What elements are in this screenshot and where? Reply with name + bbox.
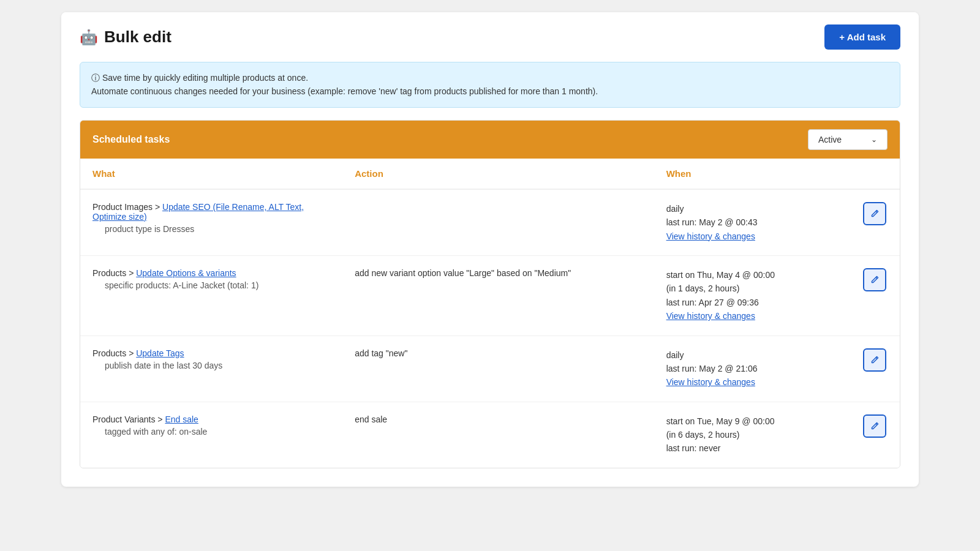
info-banner: ⓘ Save time by quickly editing multiple …	[80, 62, 900, 108]
table-row: Products > Update Options & variants spe…	[80, 255, 900, 335]
what-prefix-0: Product Images > Update SEO (File Rename…	[92, 202, 304, 222]
table-header-row: What Action When	[80, 159, 900, 189]
when-line1-2: daily	[666, 350, 684, 360]
when-line2-1: (in 1 days, 2 hours)	[666, 283, 740, 293]
edit-cell-0	[851, 189, 900, 256]
status-label: Active	[818, 135, 842, 144]
edit-button-1[interactable]	[863, 268, 886, 291]
edit-button-3[interactable]	[863, 414, 886, 438]
when-line1-0: daily	[666, 204, 684, 214]
action-cell-0	[342, 189, 654, 256]
col-header-action: Action	[342, 159, 654, 189]
what-filter-3: tagged with any of: on-sale	[92, 427, 330, 437]
view-history-link-1[interactable]: View history & changes	[666, 309, 839, 323]
col-header-what: What	[80, 159, 342, 189]
what-prefix-2: Products > Update Tags	[92, 348, 184, 358]
when-line2-3: (in 6 days, 2 hours)	[666, 430, 740, 440]
edit-cell-2	[851, 335, 900, 402]
what-filter-1: specific products: A-Line Jacket (total:…	[92, 280, 330, 290]
tasks-header: Scheduled tasks Active ⌄	[80, 121, 900, 159]
action-cell-1: add new variant option value "Large" bas…	[342, 255, 654, 335]
scheduled-tasks-section: Scheduled tasks Active ⌄ What Action Whe…	[80, 120, 900, 468]
page-title: Bulk edit	[104, 28, 172, 47]
edit-button-2[interactable]	[863, 348, 886, 372]
what-prefix-1: Products > Update Options & variants	[92, 268, 236, 278]
what-link-3[interactable]: End sale	[165, 414, 198, 424]
table-row: Product Images > Update SEO (File Rename…	[80, 189, 900, 256]
table-row: Products > Update Tags publish date in t…	[80, 335, 900, 402]
chevron-down-icon: ⌄	[871, 135, 877, 144]
what-cell-2: Products > Update Tags publish date in t…	[80, 335, 342, 402]
page-title-area: 🤖 Bulk edit	[80, 28, 172, 47]
when-cell-3: start on Tue, May 9 @ 00:00(in 6 days, 2…	[654, 402, 851, 468]
when-line1-3: start on Tue, May 9 @ 00:00	[666, 416, 775, 426]
what-link-1[interactable]: Update Options & variants	[136, 268, 236, 278]
add-task-button[interactable]: + Add task	[824, 24, 900, 50]
what-category-1: Products > Update Options & variants spe…	[92, 268, 330, 290]
when-line3-3: last run: never	[666, 443, 721, 453]
what-prefix-3: Product Variants > End sale	[92, 414, 198, 424]
what-cell-3: Product Variants > End sale tagged with …	[80, 402, 342, 468]
what-cell-0: Product Images > Update SEO (File Rename…	[80, 189, 342, 256]
what-link-2[interactable]: Update Tags	[136, 348, 184, 358]
when-cell-1: start on Thu, May 4 @ 00:00(in 1 days, 2…	[654, 255, 851, 335]
table-row: Product Variants > End sale tagged with …	[80, 402, 900, 468]
page-container: 🤖 Bulk edit + Add task ⓘ Save time by qu…	[61, 12, 919, 487]
tasks-header-title: Scheduled tasks	[92, 134, 170, 145]
what-category-3: Product Variants > End sale tagged with …	[92, 414, 330, 437]
what-filter-2: publish date in the last 30 days	[92, 361, 330, 370]
view-history-link-0[interactable]: View history & changes	[666, 230, 839, 243]
what-cell-1: Products > Update Options & variants spe…	[80, 255, 342, 335]
info-banner-line1: ⓘ Save time by quickly editing multiple …	[91, 71, 889, 84]
bulk-edit-icon: 🤖	[80, 29, 98, 46]
col-header-edit	[851, 159, 900, 189]
info-banner-line2: Automate continuous changes needed for y…	[91, 84, 889, 98]
when-line1-1: start on Thu, May 4 @ 00:00	[666, 270, 775, 280]
tasks-table: What Action When Product Images > Update…	[80, 159, 900, 468]
what-link-0[interactable]: Update SEO (File Rename, ALT Text, Optim…	[92, 202, 304, 222]
edit-cell-1	[851, 255, 900, 335]
edit-button-0[interactable]	[863, 202, 886, 225]
view-history-link-2[interactable]: View history & changes	[666, 375, 839, 389]
what-category-0: Product Images > Update SEO (File Rename…	[92, 202, 330, 234]
what-filter-0: product type is Dresses	[92, 224, 330, 234]
page-header: 🤖 Bulk edit + Add task	[61, 12, 919, 62]
edit-cell-3	[851, 402, 900, 468]
action-cell-2: add tag "new"	[342, 335, 654, 402]
when-line2-0: last run: May 2 @ 00:43	[666, 217, 758, 227]
when-cell-0: dailylast run: May 2 @ 00:43View history…	[654, 189, 851, 256]
action-cell-3: end sale	[342, 402, 654, 468]
col-header-when: When	[654, 159, 851, 189]
when-cell-2: dailylast run: May 2 @ 21:06View history…	[654, 335, 851, 402]
when-line3-1: last run: Apr 27 @ 09:36	[666, 298, 759, 307]
what-category-2: Products > Update Tags publish date in t…	[92, 348, 330, 370]
status-dropdown[interactable]: Active ⌄	[808, 129, 888, 150]
when-line2-2: last run: May 2 @ 21:06	[666, 364, 758, 373]
